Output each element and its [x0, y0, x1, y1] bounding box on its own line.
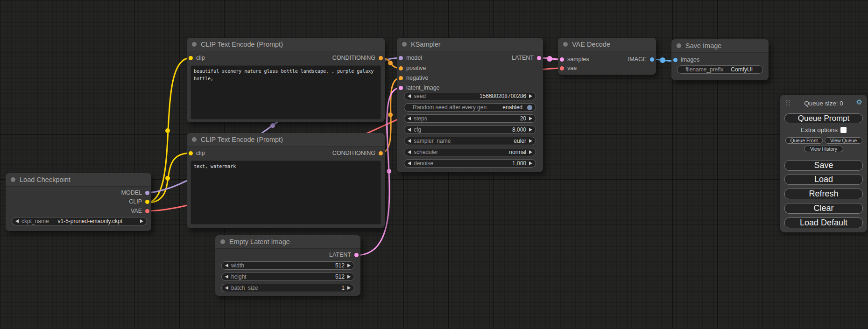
load-default-button[interactable]: Load Default	[784, 217, 863, 228]
node-ksampler[interactable]: KSampler model positive negative latent_…	[397, 38, 543, 172]
output-slot-latent[interactable]: LATENT	[512, 54, 541, 62]
node-header[interactable]: CLIP Text Encode (Prompt)	[187, 133, 385, 147]
decrement-icon[interactable]	[408, 117, 411, 120]
node-header[interactable]: Load Checkpoint	[6, 173, 151, 187]
input-slot-vae[interactable]: vae	[560, 64, 577, 72]
collapse-dot[interactable]	[11, 177, 15, 182]
increment-icon[interactable]	[529, 139, 532, 143]
slot-dot[interactable]	[379, 56, 383, 60]
slot-dot[interactable]	[560, 66, 564, 70]
queue-prompt-button[interactable]: Queue Prompt	[784, 113, 863, 123]
node-header[interactable]: KSampler	[397, 38, 543, 51]
slot-dot[interactable]	[537, 56, 541, 60]
collapse-dot[interactable]	[220, 239, 225, 244]
slot-dot[interactable]	[145, 191, 149, 195]
seed-widget[interactable]: seed 156680208700286	[404, 92, 536, 100]
cfg-widget[interactable]: cfg 8.000	[404, 126, 536, 134]
increment-icon[interactable]	[529, 150, 532, 154]
input-slot-latent-image[interactable]: latent_image	[399, 84, 440, 92]
output-slot-latent[interactable]: LATENT	[329, 251, 359, 259]
node-load-checkpoint[interactable]: Load Checkpoint MODEL CLIP VAE ckpt_name…	[6, 173, 151, 231]
decrement-icon[interactable]	[408, 94, 411, 98]
scheduler-widget[interactable]: scheduler normal	[404, 148, 536, 156]
node-graph-canvas[interactable]: Load Checkpoint MODEL CLIP VAE ckpt_name…	[0, 0, 868, 329]
slot-dot[interactable]	[354, 253, 359, 257]
clear-button[interactable]: Clear	[784, 203, 863, 214]
node-header[interactable]: VAE Decode	[558, 38, 656, 51]
view-queue-button[interactable]: View Queue	[825, 137, 862, 144]
node-clip-text-encode-positive[interactable]: CLIP Text Encode (Prompt) clip CONDITION…	[187, 38, 385, 122]
decrement-icon[interactable]	[408, 150, 411, 154]
node-vae-decode[interactable]: VAE Decode samples vae IMAGE	[558, 38, 656, 75]
collapse-dot[interactable]	[402, 42, 407, 47]
input-slot-clip[interactable]: clip	[189, 54, 205, 62]
collapse-dot[interactable]	[192, 42, 197, 47]
decrement-icon[interactable]	[408, 161, 411, 165]
collapse-dot[interactable]	[192, 137, 197, 142]
collapse-dot[interactable]	[677, 43, 681, 48]
sampler-name-widget[interactable]: sampler_name euler	[404, 137, 536, 145]
refresh-button[interactable]: Refresh	[784, 189, 863, 199]
denoise-widget[interactable]: denoise 1.000	[404, 159, 536, 168]
toggle-dot-icon[interactable]	[527, 105, 532, 110]
slot-dot[interactable]	[399, 66, 403, 70]
next-value-icon[interactable]	[140, 219, 143, 223]
slot-dot[interactable]	[145, 209, 149, 213]
input-slot-clip[interactable]: clip	[189, 149, 205, 157]
slot-dot[interactable]	[673, 58, 677, 62]
slot-dot[interactable]	[189, 56, 193, 60]
height-widget[interactable]: height 512	[221, 273, 354, 281]
node-header[interactable]: Empty Latent Image	[215, 235, 360, 249]
input-slot-positive[interactable]: positive	[399, 64, 426, 72]
increment-icon[interactable]	[529, 128, 532, 132]
input-slot-samples[interactable]: samples	[560, 55, 589, 63]
steps-widget[interactable]: steps 20	[404, 114, 536, 123]
gear-icon[interactable]: ⚙	[856, 98, 862, 105]
ckpt-name-widget[interactable]: ckpt_name v1-5-pruned-emaonly.ckpt	[12, 217, 147, 225]
save-button[interactable]: Save	[784, 160, 863, 171]
output-slot-vae[interactable]: VAE	[131, 207, 149, 215]
node-header[interactable]: CLIP Text Encode (Prompt)	[187, 38, 385, 51]
decrement-icon[interactable]	[408, 128, 411, 132]
slot-dot[interactable]	[399, 76, 403, 80]
load-button[interactable]: Load	[784, 174, 863, 185]
increment-icon[interactable]	[347, 275, 351, 279]
increment-icon[interactable]	[529, 161, 532, 165]
collapse-dot[interactable]	[563, 42, 568, 47]
slot-dot[interactable]	[650, 57, 654, 62]
increment-icon[interactable]	[529, 94, 532, 98]
slot-dot[interactable]	[379, 151, 383, 155]
decrement-icon[interactable]	[225, 264, 228, 267]
output-slot-conditioning[interactable]: CONDITIONING	[332, 54, 383, 62]
node-header[interactable]: Save Image	[671, 39, 769, 53]
output-slot-clip[interactable]: CLIP	[129, 197, 149, 206]
extra-options-checkbox[interactable]	[840, 127, 847, 133]
node-save-image[interactable]: Save Image images filename_prefix ComfyU…	[671, 39, 769, 80]
batch-size-widget[interactable]: batch_size 1	[221, 284, 354, 292]
input-slot-images[interactable]: images	[673, 56, 699, 64]
slot-dot[interactable]	[399, 56, 403, 60]
slot-dot[interactable]	[189, 151, 193, 155]
increment-icon[interactable]	[347, 264, 351, 267]
slot-dot[interactable]	[145, 200, 149, 204]
width-widget[interactable]: width 512	[221, 261, 354, 270]
slot-dot[interactable]	[560, 57, 564, 62]
node-empty-latent-image[interactable]: Empty Latent Image LATENT width 512 heig…	[215, 235, 360, 296]
input-slot-model[interactable]: model	[399, 54, 422, 62]
decrement-icon[interactable]	[408, 139, 411, 143]
slot-dot[interactable]	[399, 86, 403, 90]
output-slot-image[interactable]: IMAGE	[628, 55, 654, 63]
increment-icon[interactable]	[347, 286, 351, 290]
view-history-button[interactable]: View History	[804, 146, 843, 152]
random-seed-toggle-widget[interactable]: Random seed after every gen enabled	[404, 103, 536, 112]
increment-icon[interactable]	[529, 117, 532, 120]
node-clip-text-encode-negative[interactable]: CLIP Text Encode (Prompt) clip CONDITION…	[187, 133, 385, 228]
decrement-icon[interactable]	[225, 286, 228, 290]
queue-front-button[interactable]: Queue Front	[785, 137, 823, 144]
negative-prompt-textarea[interactable]: text, watermark	[191, 161, 381, 224]
decrement-icon[interactable]	[225, 275, 228, 279]
output-slot-conditioning[interactable]: CONDITIONING	[332, 149, 383, 157]
input-slot-negative[interactable]: negative	[399, 74, 428, 82]
prev-value-icon[interactable]	[15, 219, 19, 223]
positive-prompt-textarea[interactable]: beautiful scenery nature glass bottle la…	[191, 65, 381, 119]
